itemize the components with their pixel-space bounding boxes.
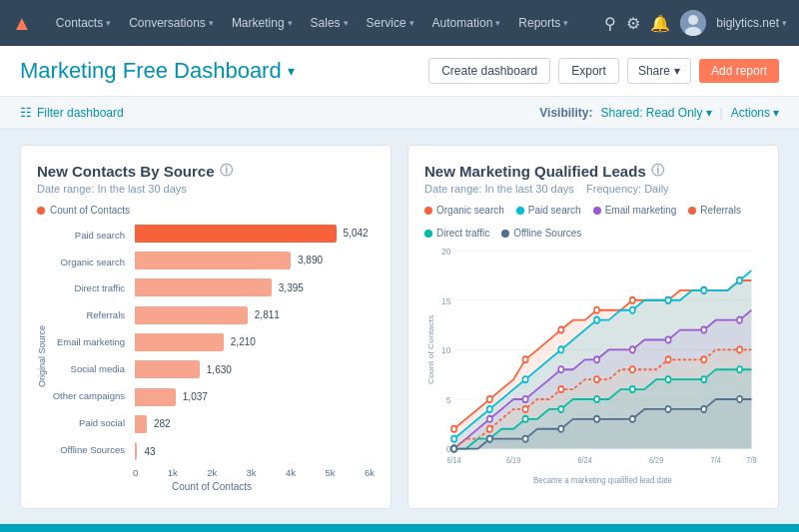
bar [135, 278, 272, 296]
chevron-down-icon: ▾ [706, 106, 712, 120]
visibility-value[interactable]: Shared: Read Only ▾ [600, 106, 711, 120]
bars-area: 5,042 3,890 3,395 2,811 2,210 1,630 1,03… [135, 222, 375, 463]
chevron-down-icon: ▾ [288, 18, 293, 28]
actions-dropdown[interactable]: Actions ▾ [731, 106, 779, 120]
dashboard-title-area: Marketing Free Dashboard ▾ [20, 58, 295, 84]
legend-dot [501, 230, 509, 238]
chevron-down-icon: ▾ [106, 18, 111, 28]
filter-bar: ☷ Filter dashboard Visibility: Shared: R… [0, 97, 799, 129]
svg-point-38 [701, 326, 706, 332]
legend-label-contacts: Count of Contacts [50, 205, 130, 216]
nav-item-reports[interactable]: Reports ▾ [510, 12, 576, 34]
legend-dot [424, 207, 432, 215]
legend-dot [424, 230, 432, 238]
svg-text:15: 15 [441, 295, 450, 306]
bell-icon[interactable]: 🔔 [650, 14, 670, 33]
nav-item-conversations[interactable]: Conversations ▾ [121, 12, 222, 34]
svg-text:Count of Contacts: Count of Contacts [427, 315, 435, 384]
svg-point-41 [487, 426, 492, 432]
svg-point-60 [522, 436, 527, 442]
info-icon[interactable]: ⓘ [220, 162, 233, 180]
svg-point-53 [594, 396, 599, 402]
username-dropdown[interactable]: biglytics.net ▾ [716, 16, 787, 30]
bar [135, 306, 248, 324]
svg-point-25 [558, 346, 563, 352]
nav-item-contacts[interactable]: Contacts ▾ [48, 12, 119, 34]
svg-text:6/24: 6/24 [577, 456, 592, 466]
bar-value: 1,630 [207, 364, 232, 375]
svg-point-42 [522, 406, 527, 412]
avatar[interactable] [680, 10, 706, 36]
hubspot-logo[interactable]: ▲ [12, 12, 32, 35]
svg-text:5: 5 [446, 394, 451, 405]
bar-row: 2,210 [135, 333, 375, 351]
x-tick: 1k [168, 467, 178, 478]
visibility-bar: Visibility: Shared: Read Only ▾ | Action… [539, 106, 779, 120]
main-content: New Contacts By Source ⓘ Date range: In … [0, 129, 799, 525]
settings-icon[interactable]: ⚙ [626, 14, 640, 33]
bar-row: 1,630 [135, 360, 375, 378]
svg-point-62 [594, 416, 599, 422]
svg-point-66 [737, 396, 742, 402]
export-button[interactable]: Export [558, 58, 619, 84]
svg-point-37 [665, 336, 670, 342]
svg-point-32 [487, 416, 492, 422]
svg-point-33 [522, 396, 527, 402]
chevron-down-icon: ▾ [782, 18, 787, 28]
new-contacts-card: New Contacts By Source ⓘ Date range: In … [20, 145, 392, 509]
bar-chart-legend: Count of Contacts [37, 205, 375, 216]
new-mqls-card: New Marketing Qualified Leads ⓘ Date ran… [407, 145, 779, 509]
x-tick: 2k [207, 467, 217, 478]
bar-value: 3,890 [298, 255, 323, 266]
bar [135, 388, 176, 406]
bar-chart-inner: Original Source Paid search Organic sear… [37, 222, 375, 492]
filter-dashboard-link[interactable]: ☷ Filter dashboard [20, 105, 124, 120]
search-icon[interactable]: ⚲ [604, 14, 616, 33]
svg-point-47 [701, 356, 706, 362]
svg-text:Became a marketing qualified l: Became a marketing qualified lead date [533, 475, 672, 486]
svg-point-43 [558, 386, 563, 392]
svg-point-30 [737, 277, 742, 283]
legend-label: Paid search [528, 205, 581, 216]
bar [135, 225, 337, 243]
bar-row: 1,037 [135, 388, 375, 406]
x-axis-label: Count of Contacts [49, 481, 375, 492]
svg-text:7/9: 7/9 [746, 456, 757, 466]
nav-item-marketing[interactable]: Marketing ▾ [224, 12, 301, 34]
y-axis-title: Original Source [37, 325, 47, 387]
chevron-down-icon: ▾ [674, 64, 680, 78]
svg-point-46 [665, 356, 670, 362]
chevron-down-icon: ▾ [344, 18, 349, 28]
svg-point-61 [558, 426, 563, 432]
share-button[interactable]: Share ▾ [627, 58, 691, 84]
svg-point-59 [487, 436, 492, 442]
title-chevron-icon[interactable]: ▾ [288, 63, 295, 79]
svg-point-45 [630, 366, 635, 372]
bar [135, 333, 224, 351]
bar [135, 252, 291, 269]
line-chart-legend: Organic search Paid search Email marketi… [424, 205, 762, 239]
svg-point-18 [630, 297, 635, 303]
legend-item: Email marketing [593, 205, 677, 216]
nav-item-automation[interactable]: Automation ▾ [424, 12, 509, 34]
add-report-button[interactable]: Add report [699, 59, 779, 83]
x-tick: 4k [286, 467, 296, 478]
bar-row: 282 [135, 415, 375, 433]
nav-item-sales[interactable]: Sales ▾ [303, 12, 357, 34]
svg-point-16 [558, 326, 563, 332]
svg-point-65 [701, 406, 706, 412]
nav-items: Contacts ▾ Conversations ▾ Marketing ▾ S… [48, 12, 605, 34]
bar [135, 442, 137, 460]
bar-value: 43 [144, 446, 155, 457]
info-icon[interactable]: ⓘ [651, 162, 664, 180]
svg-point-58 [451, 446, 456, 452]
bar-value: 3,395 [279, 282, 304, 293]
svg-point-13 [451, 426, 456, 432]
chevron-down-icon: ▾ [495, 18, 500, 28]
bar-value: 5,042 [344, 228, 369, 239]
svg-point-26 [594, 317, 599, 323]
svg-text:0: 0 [446, 444, 451, 455]
nav-item-service[interactable]: Service ▾ [359, 12, 422, 34]
legend-dot [516, 207, 524, 215]
create-dashboard-button[interactable]: Create dashboard [428, 58, 550, 84]
